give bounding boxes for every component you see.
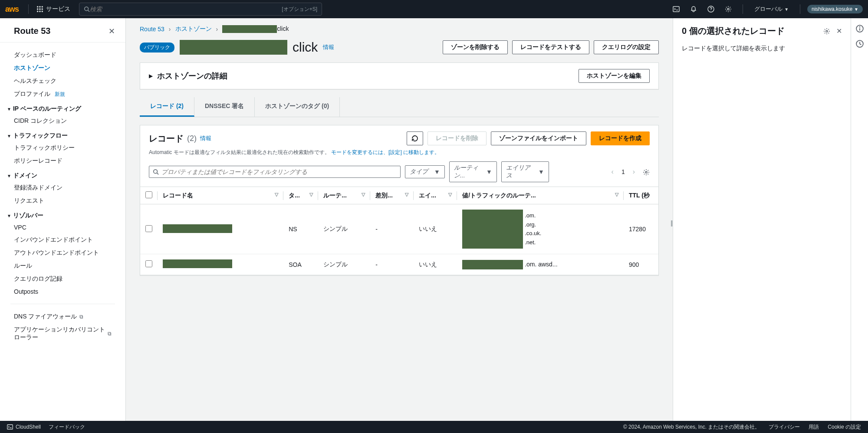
pane-settings-icon[interactable] <box>823 27 830 35</box>
chevron-down-icon: ▼ <box>7 107 11 112</box>
delete-record-button[interactable]: レコードを削除 <box>427 131 487 145</box>
terms-link[interactable]: 用語 <box>809 423 819 431</box>
services-button[interactable]: サービス <box>33 3 74 15</box>
search-shortcut: [オプション+S] <box>282 6 317 13</box>
svg-rect-2 <box>673 7 679 12</box>
sidebar-item-policy-record[interactable]: ポリシーレコード <box>0 154 125 167</box>
records-info-link[interactable]: 情報 <box>200 134 211 142</box>
aws-logo[interactable]: aws <box>5 5 19 14</box>
col-type[interactable]: タ...▽ <box>283 187 318 204</box>
info-rail-icon[interactable] <box>856 24 864 33</box>
svg-point-7 <box>645 171 647 173</box>
table-settings-icon[interactable] <box>643 168 650 176</box>
create-record-button[interactable]: レコードを作成 <box>591 131 650 145</box>
filter-input[interactable] <box>161 168 397 175</box>
global-search[interactable]: [オプション+S] <box>79 3 322 16</box>
next-page[interactable]: › <box>631 166 637 177</box>
sidebar-item-traffic-policy[interactable]: トラフィックポリシー <box>0 141 125 154</box>
tab-tags[interactable]: ホストゾーンのタグ (0) <box>255 97 340 117</box>
sidebar-item-dns-firewall[interactable]: DNS ファイアウォール ⧉ <box>0 310 125 323</box>
info-link[interactable]: 情報 <box>323 43 334 51</box>
filter-alias[interactable]: エイリアス▼ <box>501 161 549 182</box>
svg-point-8 <box>826 30 828 32</box>
filter-routing[interactable]: ルーティン...▼ <box>449 161 497 182</box>
select-all-checkbox[interactable] <box>145 191 152 198</box>
resize-handle[interactable]: || <box>671 220 672 226</box>
breadcrumb-root[interactable]: Route 53 <box>140 26 164 33</box>
sidebar-item-hosted-zones[interactable]: ホストゾーン <box>0 62 125 75</box>
notifications-icon[interactable] <box>686 2 701 16</box>
svg-point-5 <box>154 170 158 174</box>
records-title: レコード <box>149 133 184 144</box>
records-panel: レコード (2) 情報 レコードを削除 ゾーンファイルをインポート レコードを作… <box>140 125 659 276</box>
tab-records[interactable]: レコード (2) <box>140 97 194 117</box>
sidebar-item-query-log[interactable]: クエリのログ記録 <box>0 272 125 285</box>
sidebar-item-health-checks[interactable]: ヘルスチェック <box>0 75 125 88</box>
change-mode-link[interactable]: モードを変更するには、[設定] に移動します。 <box>331 149 440 155</box>
sort-icon[interactable]: ▽ <box>362 192 365 197</box>
sidebar-item-registered-domains[interactable]: 登録済みドメイン <box>0 181 125 194</box>
user-menu[interactable]: nishikawa.kosuke▼ <box>807 5 863 13</box>
row-checkbox[interactable] <box>145 225 152 232</box>
import-zone-button[interactable]: ゾーンファイルをインポート <box>491 131 586 145</box>
table-row[interactable]: SOA シンプル - いいえ .om. awsd... 900 <box>140 254 658 275</box>
divider <box>28 4 29 14</box>
sort-icon[interactable]: ▽ <box>275 192 278 197</box>
refresh-button[interactable] <box>407 131 423 145</box>
filter-type[interactable]: タイプ▼ <box>405 165 445 178</box>
chevron-right-icon: › <box>216 26 218 33</box>
col-routing[interactable]: ルーテ...▽ <box>318 187 370 204</box>
sort-icon[interactable]: ▽ <box>405 192 408 197</box>
sort-icon[interactable]: ▽ <box>309 192 313 197</box>
query-log-button[interactable]: クエリログの設定 <box>594 40 659 54</box>
cloudshell-icon[interactable] <box>669 2 684 16</box>
delete-zone-button[interactable]: ゾーンを削除する <box>443 40 508 54</box>
sidebar-item-outbound[interactable]: アウトバウンドエンドポイント <box>0 246 125 259</box>
cookie-link[interactable]: Cookie の設定 <box>828 423 861 431</box>
section-ip-routing[interactable]: ▼IP ベースのルーティング <box>0 101 125 115</box>
col-value[interactable]: 値/トラフィックのルーテ...▽ <box>457 187 624 204</box>
help-icon[interactable] <box>704 2 718 16</box>
tab-dnssec[interactable]: DNSSEC 署名 <box>194 97 255 117</box>
section-traffic-flow[interactable]: ▼トラフィックフロー <box>0 128 125 141</box>
region-selector[interactable]: グローバル▼ <box>750 5 793 13</box>
breadcrumb-hosted-zones[interactable]: ホストゾーン <box>175 25 212 33</box>
sort-icon[interactable]: ▽ <box>448 192 452 197</box>
expand-icon[interactable]: ▶ <box>149 73 153 79</box>
clock-rail-icon[interactable] <box>856 39 864 48</box>
cell-type: SOA <box>283 254 318 275</box>
sidebar-item-profiles[interactable]: プロファイル 新規 <box>0 88 125 101</box>
row-checkbox[interactable] <box>145 260 152 267</box>
filter-search[interactable] <box>149 166 401 178</box>
search-input[interactable] <box>90 6 282 13</box>
privacy-link[interactable]: プライバシー <box>769 423 800 431</box>
edit-zone-button[interactable]: ホストゾーンを編集 <box>579 69 650 83</box>
col-alias[interactable]: エイ...▽ <box>414 187 457 204</box>
sort-icon[interactable]: ▽ <box>615 192 618 197</box>
rightpane-title: 0 個の選択されたレコード <box>682 25 785 37</box>
settings-icon[interactable] <box>721 2 736 16</box>
sidebar-item-dashboard[interactable]: ダッシュボード <box>0 49 125 62</box>
sidebar-item-cidr[interactable]: CIDR コレクション <box>0 115 125 128</box>
section-resolver[interactable]: ▼リゾルバー <box>0 207 125 221</box>
table-row[interactable]: NS シンプル - いいえ .om. .org. .co.uk. .net. <box>140 204 658 254</box>
sidebar-item-arc[interactable]: アプリケーションリカバリコントローラー ⧉ <box>0 323 125 344</box>
new-badge: 新規 <box>53 91 67 98</box>
test-record-button[interactable]: レコードをテストする <box>512 40 589 54</box>
cloudshell-button[interactable]: CloudShell <box>7 424 41 430</box>
close-sidebar-icon[interactable]: ✕ <box>108 26 115 36</box>
caret-down-icon: ▼ <box>486 168 492 175</box>
feedback-link[interactable]: フィードバック <box>49 423 85 431</box>
close-pane-icon[interactable]: ✕ <box>836 27 842 35</box>
col-ttl[interactable]: TTL (秒 <box>624 187 658 204</box>
sidebar-item-outposts[interactable]: Outposts <box>0 285 125 298</box>
sidebar-item-inbound[interactable]: インバウンドエンドポイント <box>0 233 125 246</box>
chevron-down-icon: ▼ <box>7 213 11 218</box>
section-domains[interactable]: ▼ドメイン <box>0 167 125 181</box>
prev-page[interactable]: ‹ <box>610 166 615 177</box>
col-diff[interactable]: 差別...▽ <box>370 187 414 204</box>
sidebar-item-requests[interactable]: リクエスト <box>0 194 125 207</box>
sidebar-item-rules[interactable]: ルール <box>0 259 125 272</box>
sidebar-item-vpc[interactable]: VPC <box>0 221 125 233</box>
col-name[interactable]: レコード名▽ <box>158 187 283 204</box>
